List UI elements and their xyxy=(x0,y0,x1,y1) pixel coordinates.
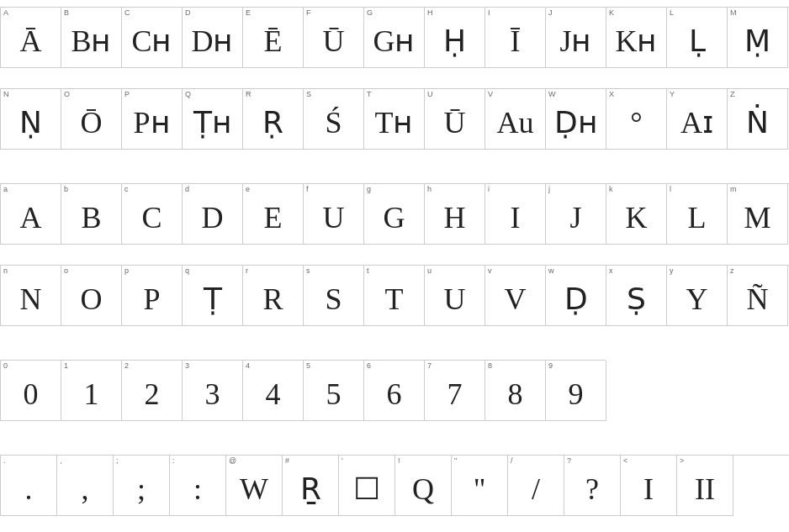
glyph-index: d xyxy=(185,186,189,193)
glyph-index: f xyxy=(306,186,309,193)
glyph-character: Cʜ xyxy=(131,19,172,56)
glyph-cell: uU xyxy=(425,266,485,326)
glyph-cell: '☐ xyxy=(339,456,395,516)
glyph-character: D xyxy=(202,196,224,233)
glyph-character: . xyxy=(25,467,33,504)
glyph-cell: kK xyxy=(606,184,667,245)
glyph-cell: WḌʜ xyxy=(546,89,606,150)
glyph-character: Pʜ xyxy=(133,101,170,138)
glyph-cell: qṬ xyxy=(183,266,243,326)
glyph-character: G xyxy=(384,196,405,233)
glyph-cell: FŪ xyxy=(304,8,364,68)
glyph-character: Ṛ xyxy=(262,101,283,138)
glyph-index: C xyxy=(124,9,130,17)
section-uppercase-2: NṆOŌPPʜQṬʜRṚSŚTTʜUŪVAuWḌʜX°YAɪZṄ xyxy=(0,82,789,150)
glyph-cell: aA xyxy=(1,184,61,245)
glyph-character: 5 xyxy=(326,372,342,409)
glyph-character: 9 xyxy=(569,372,584,409)
glyph-character: U xyxy=(323,196,345,233)
glyph-character: Ō xyxy=(81,101,103,138)
glyph-cell: lL xyxy=(667,184,728,245)
glyph-cell: gG xyxy=(364,184,425,245)
glyph-index: a xyxy=(3,186,8,193)
glyph-index: , xyxy=(60,457,62,465)
glyph-character: Ē xyxy=(264,19,283,56)
glyph-index: ' xyxy=(342,457,343,465)
glyph-cell: "" xyxy=(452,456,508,516)
glyph-character: O xyxy=(81,277,103,314)
glyph-cell: 44 xyxy=(243,361,304,421)
font-glyph-page: AĀBBʜCCʜDDʜEĒFŪGGʜHḤIĪJJʜKKʜLḶMṂ NṆOŌPPʜ… xyxy=(0,0,789,532)
glyph-cell: hH xyxy=(425,184,485,245)
glyph-character: 1 xyxy=(84,372,99,409)
glyph-index: w xyxy=(548,267,554,275)
glyph-cell: 55 xyxy=(304,361,364,421)
glyph-cell: mM xyxy=(728,184,788,245)
glyph-cell: SŚ xyxy=(304,89,364,150)
glyph-character: 3 xyxy=(205,372,220,409)
glyph-index: : xyxy=(172,457,175,465)
glyph-grid-uppercase-1: AĀBBʜCCʜDDʜEĒFŪGGʜHḤIĪJJʜKKʜLḶMṂ xyxy=(0,7,789,68)
section-lowercase-1: aAbBcCdDeEfUgGhHiIjJkKlLmM xyxy=(0,176,789,245)
glyph-cell: NṆ xyxy=(1,89,61,150)
glyph-index: 5 xyxy=(306,362,310,370)
glyph-index: K xyxy=(609,9,614,17)
glyph-character: Ṣ xyxy=(627,277,646,314)
glyph-index: S xyxy=(306,91,311,98)
glyph-index: O xyxy=(64,91,70,98)
glyph-cell: pP xyxy=(122,266,183,326)
glyph-cell: OŌ xyxy=(61,89,122,150)
glyph-character: Y xyxy=(686,277,708,314)
glyph-character: Q xyxy=(412,467,434,504)
glyph-cell: oO xyxy=(61,266,122,326)
glyph-cell: 00 xyxy=(1,361,61,421)
glyph-grid-uppercase-2: NṆOŌPPʜQṬʜRṚSŚTTʜUŪVAuWḌʜX°YAɪZṄ xyxy=(0,88,789,150)
glyph-index: T xyxy=(367,91,372,98)
glyph-index: M xyxy=(730,9,737,17)
glyph-index: @ xyxy=(229,457,236,465)
glyph-cell: BBʜ xyxy=(61,8,122,68)
glyph-index: U xyxy=(427,91,433,98)
glyph-index: 9 xyxy=(548,362,553,370)
glyph-grid-lowercase-1: aAbBcCdDeEfUgGhHiIjJkKlLmM xyxy=(0,183,789,245)
glyph-cell: EĒ xyxy=(243,8,304,68)
glyph-cell: JJʜ xyxy=(546,8,606,68)
glyph-index: < xyxy=(623,457,627,465)
glyph-character: Ṭ xyxy=(204,277,222,314)
glyph-index: u xyxy=(427,267,432,275)
glyph-character: N xyxy=(20,277,42,314)
glyph-cell: HḤ xyxy=(425,8,485,68)
glyph-cell: 22 xyxy=(122,361,183,421)
glyph-character: Tʜ xyxy=(375,101,414,138)
glyph-character: Ḍʜ xyxy=(554,101,598,138)
glyph-cell: xṢ xyxy=(606,266,667,326)
glyph-character: I xyxy=(511,196,521,233)
glyph-character: L xyxy=(688,196,707,233)
glyph-index: " xyxy=(454,457,457,465)
glyph-cell: zÑ xyxy=(728,266,788,326)
glyph-character: H xyxy=(444,196,466,233)
glyph-index: ; xyxy=(116,457,119,465)
glyph-character: Ī xyxy=(511,19,521,56)
glyph-index: z xyxy=(730,267,734,275)
glyph-index: / xyxy=(511,457,513,465)
glyph-character: R xyxy=(262,277,283,314)
section-uppercase-1: AĀBBʜCCʜDDʜEĒFŪGGʜHḤIĪJJʜKKʜLḶMṂ xyxy=(0,0,789,68)
glyph-index: o xyxy=(64,267,68,275)
glyph-index: 2 xyxy=(124,362,129,370)
glyph-cell: UŪ xyxy=(425,89,485,150)
glyph-grid-punct-1: ..,,;;::@W#Ṟ'☐!Q""//??<I>II xyxy=(0,455,789,516)
glyph-character: P xyxy=(143,277,160,314)
glyph-index: i xyxy=(488,186,490,193)
glyph-character: U xyxy=(444,277,466,314)
glyph-character: Jʜ xyxy=(559,19,591,56)
glyph-character: / xyxy=(532,467,540,504)
glyph-index: R xyxy=(246,91,252,98)
glyph-cell: KKʜ xyxy=(606,8,667,68)
glyph-index: b xyxy=(64,186,68,193)
glyph-index: q xyxy=(185,267,189,275)
glyph-index: B xyxy=(64,9,69,17)
glyph-cell: iI xyxy=(485,184,546,245)
glyph-cell: bB xyxy=(61,184,122,245)
glyph-cell: 33 xyxy=(183,361,243,421)
